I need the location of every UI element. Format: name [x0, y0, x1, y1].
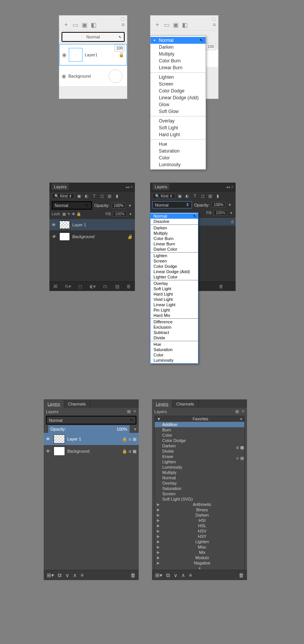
blend-mode-category[interactable]: ▶Arithmetic	[155, 502, 244, 507]
expand-icon[interactable]: ▶	[157, 529, 162, 533]
alpha-icon[interactable]: α	[236, 445, 239, 450]
blend-mode-option[interactable]: Dissolve	[150, 219, 198, 224]
alpha-icon[interactable]: α	[129, 449, 131, 454]
inherit-icon[interactable]: ▦	[133, 449, 136, 454]
group-icon[interactable]: 🗀	[103, 284, 108, 289]
inherit-icon[interactable]: ▦	[240, 456, 244, 461]
filter-toggle-icon[interactable]: ▮	[215, 193, 221, 199]
filter-smart-icon[interactable]: ▥	[207, 193, 213, 199]
blend-mode-option[interactable]: Exclusion	[150, 324, 198, 330]
trash-icon[interactable]: 🗑	[219, 284, 223, 289]
blend-mode-option[interactable]: Linear Dodge (Add)	[150, 94, 206, 101]
opacity-stepper[interactable]: ▾	[228, 202, 232, 207]
expand-icon[interactable]: ▶	[157, 556, 162, 560]
blend-mode-option[interactable]: Normal	[155, 475, 244, 480]
move-down-icon[interactable]: ∨	[65, 572, 69, 578]
expand-icon[interactable]: ▶	[157, 540, 162, 544]
blend-mode-option[interactable]: Color Dodge	[155, 438, 244, 443]
expand-icon[interactable]: ▶	[157, 518, 162, 522]
filter-toggle-icon[interactable]: ▮	[114, 193, 120, 199]
blend-mode-option[interactable]: Addition	[155, 422, 244, 427]
blend-mode-option[interactable]: Darken	[150, 44, 206, 51]
filter-funnel-icon[interactable]: ▾	[134, 427, 136, 432]
blend-mode-dropdown[interactable]: Normal ↖	[62, 32, 125, 42]
blend-mode-option[interactable]: Vivid Light	[150, 297, 198, 302]
blend-mode-option[interactable]: Linear Light	[150, 302, 198, 307]
blend-mode-option[interactable]: Luminosity	[150, 358, 198, 363]
alpha-icon[interactable]: α	[129, 437, 131, 442]
image-icon[interactable]: ▣	[80, 21, 89, 29]
blend-mode-category[interactable]: ▶HSV	[155, 528, 244, 534]
blend-mode-option[interactable]: Linear Burn	[150, 241, 198, 246]
expand-icon[interactable]: ▶	[157, 534, 162, 538]
blend-mode-category[interactable]: ▶HSY	[155, 534, 244, 539]
trash-icon[interactable]: 🗑	[239, 572, 244, 578]
blend-mode-option[interactable]: Glow	[150, 101, 206, 108]
inherit-icon[interactable]: ▦	[240, 445, 244, 450]
blend-mode-option[interactable]: Color Burn	[150, 57, 206, 64]
blend-mode-dropdown[interactable]: Normal ↖	[46, 416, 136, 425]
add-icon[interactable]: +	[62, 21, 71, 28]
lock-all-icon[interactable]: 🔒	[76, 212, 81, 216]
blend-mode-option[interactable]: Color Burn	[150, 236, 198, 241]
duplicate-icon[interactable]: ⧉	[166, 572, 170, 579]
blend-mode-option[interactable]: Soft Glow	[150, 108, 206, 115]
filter-funnel-icon[interactable]: ▾	[240, 417, 242, 421]
close-icon[interactable]: ✕	[241, 409, 245, 414]
blend-mode-option[interactable]: Subtract	[150, 330, 198, 335]
blend-mode-category[interactable]: ▶Misc	[155, 544, 244, 550]
filter-adjust-icon[interactable]: ◐	[184, 193, 190, 199]
blend-mode-option[interactable]: Overlay	[150, 118, 206, 124]
blend-mode-option[interactable]: Hue	[150, 141, 206, 148]
blend-mode-option[interactable]: Hard Light	[150, 291, 198, 297]
blend-mode-option[interactable]: Pin Light	[150, 307, 198, 313]
blend-mode-option[interactable]: Lighten	[150, 253, 198, 258]
filter-shape-icon[interactable]: ◻	[99, 193, 105, 199]
move-up-icon[interactable]: ∧	[73, 572, 77, 578]
blend-mode-dropdown[interactable]: Normal ⇕	[152, 201, 192, 208]
fill-field[interactable]: 100%	[214, 210, 227, 216]
link-icon[interactable]: ⌘	[53, 284, 58, 289]
blend-mode-option[interactable]: Lighten	[155, 459, 244, 464]
tab-channels[interactable]: Channels	[173, 400, 198, 408]
blend-mode-option[interactable]: Luminosity	[150, 161, 206, 168]
layer-row[interactable]: 👁 Background 🔒	[49, 231, 135, 242]
filter-image-icon[interactable]: ▣	[177, 193, 183, 199]
blend-mode-option[interactable]: Difference	[150, 319, 198, 324]
fill-stepper[interactable]: ▾	[128, 212, 133, 216]
image-icon[interactable]: ▣	[171, 21, 180, 29]
opacity-field[interactable]: 100%	[112, 203, 125, 208]
lock-move-icon[interactable]: ✥	[72, 212, 75, 216]
blend-mode-option[interactable]: Soft Light	[150, 124, 206, 131]
visibility-icon[interactable]: 👁	[52, 223, 57, 227]
properties-icon[interactable]: ≡	[189, 572, 192, 578]
lock-pixels-icon[interactable]: ▦	[62, 212, 66, 216]
blend-mode-option[interactable]: Saturation	[150, 347, 198, 352]
mask-icon[interactable]: ◻	[78, 284, 82, 289]
visibility-icon[interactable]: 👁	[52, 234, 57, 239]
visibility-icon[interactable]: ◉	[62, 73, 68, 79]
layer-row[interactable]: 👁 Layer 1	[49, 219, 135, 231]
close-icon[interactable]: ✕	[133, 409, 136, 414]
blend-mode-category[interactable]: ▶Lighten	[155, 539, 244, 544]
fill-field[interactable]: 100%	[113, 211, 127, 217]
expand-icon[interactable]: ▶	[157, 524, 162, 528]
blend-mode-option[interactable]: Saturation	[155, 486, 244, 491]
kind-filter[interactable]: 🔍 Kind ⇕	[52, 193, 74, 199]
blend-mode-option[interactable]: Screen	[150, 81, 206, 87]
filter-smart-icon[interactable]: ▥	[106, 193, 112, 199]
blend-mode-dropdown[interactable]: Normal ↖	[52, 201, 92, 210]
blend-mode-option[interactable]: Lighter Color	[150, 274, 198, 280]
blend-mode-option[interactable]: Luminosity	[155, 464, 244, 470]
tab-layers[interactable]: Layers	[52, 183, 69, 190]
layer-row[interactable]: 👁 Background 🔒 α ▦	[44, 445, 139, 457]
fill-stepper[interactable]: ▾	[229, 211, 233, 215]
tab-layers[interactable]: Layers	[152, 400, 173, 408]
tab-layers[interactable]: Layers	[152, 183, 169, 190]
fx-icon[interactable]: fx▾	[65, 284, 71, 289]
visibility-icon[interactable]: 👁	[46, 449, 51, 453]
move-up-icon[interactable]: ∧	[181, 572, 185, 578]
blend-mode-category[interactable]: ▶HSL	[155, 523, 244, 528]
opacity-stepper[interactable]: ▾	[128, 203, 132, 208]
layer-row[interactable]: ◉ Background	[59, 65, 127, 86]
